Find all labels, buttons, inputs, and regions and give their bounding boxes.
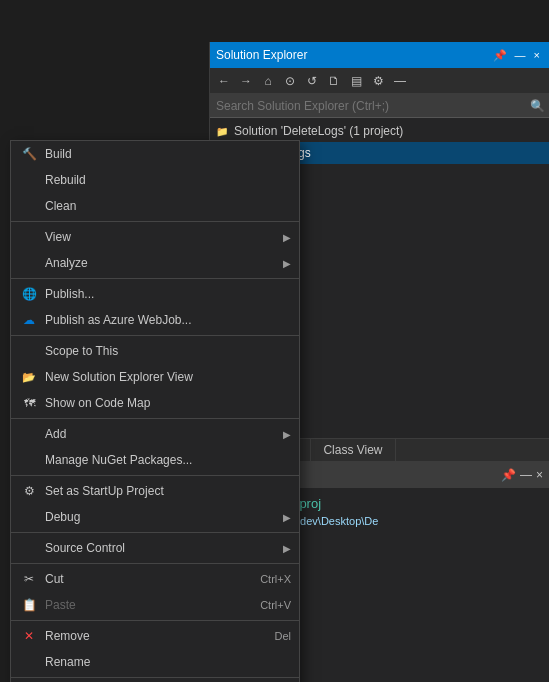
separator-7: [11, 563, 299, 564]
menu-item-analyze[interactable]: Analyze ▶: [11, 250, 299, 276]
settings-btn[interactable]: ⚙: [368, 71, 388, 91]
menu-item-clean[interactable]: Clean: [11, 193, 299, 219]
menu-item-debug[interactable]: Debug ▶: [11, 504, 299, 530]
home-btn[interactable]: ⌂: [258, 71, 278, 91]
separator-9: [11, 677, 299, 678]
separator-8: [11, 620, 299, 621]
nuget-icon: [19, 450, 39, 470]
separator-2: [11, 278, 299, 279]
cut-shortcut: Ctrl+X: [260, 573, 291, 585]
search-icon[interactable]: 🔍: [526, 99, 549, 113]
clean-icon: [19, 196, 39, 216]
menu-label-scope: Scope to This: [45, 344, 291, 358]
menu-label-view: View: [45, 230, 283, 244]
code-map-icon: 🗺: [19, 393, 39, 413]
separator-5: [11, 475, 299, 476]
menu-item-paste[interactable]: 📋 Paste Ctrl+V: [11, 592, 299, 618]
remove-icon: ✕: [19, 626, 39, 646]
menu-label-nuget: Manage NuGet Packages...: [45, 453, 291, 467]
menu-item-nuget[interactable]: Manage NuGet Packages...: [11, 447, 299, 473]
add-arrow: ▶: [283, 429, 291, 440]
diagram-btn[interactable]: ▤: [346, 71, 366, 91]
auto-hide-btn[interactable]: —: [512, 48, 529, 62]
build-icon: 🔨: [19, 144, 39, 164]
remove-shortcut: Del: [274, 630, 291, 642]
separator-1: [11, 221, 299, 222]
history-btn[interactable]: ⊙: [280, 71, 300, 91]
search-bar: 🔍: [210, 94, 549, 118]
menu-item-scope[interactable]: Scope to This: [11, 338, 299, 364]
menu-item-rename[interactable]: Rename: [11, 649, 299, 675]
tree-item-solution[interactable]: 📁 Solution 'DeleteLogs' (1 project): [210, 120, 549, 142]
separator-6: [11, 532, 299, 533]
menu-label-debug: Debug: [45, 510, 283, 524]
search-input[interactable]: [210, 94, 526, 117]
add-icon: [19, 424, 39, 444]
analyze-icon: [19, 253, 39, 273]
cut-icon: ✂: [19, 569, 39, 589]
context-menu: 🔨 Build Rebuild Clean View ▶ Analyze ▶ 🌐…: [10, 140, 300, 682]
properties-controls: 📌 — ×: [501, 468, 543, 482]
source-control-arrow: ▶: [283, 543, 291, 554]
rename-icon: [19, 652, 39, 672]
menu-label-new-explorer: New Solution Explorer View: [45, 370, 291, 384]
properties-pin[interactable]: 📌: [501, 468, 516, 482]
menu-item-remove[interactable]: ✕ Remove Del: [11, 623, 299, 649]
solution-label: Solution 'DeleteLogs' (1 project): [234, 124, 403, 138]
view-icon: [19, 227, 39, 247]
separator-3: [11, 335, 299, 336]
menu-label-publish: Publish...: [45, 287, 291, 301]
menu-label-analyze: Analyze: [45, 256, 283, 270]
close-btn[interactable]: ×: [531, 48, 543, 62]
menu-item-build[interactable]: 🔨 Build: [11, 141, 299, 167]
menu-label-cut: Cut: [45, 572, 240, 586]
menu-item-add[interactable]: Add ▶: [11, 421, 299, 447]
menu-label-source-control: Source Control: [45, 541, 283, 555]
solution-explorer-titlebar: Solution Explorer 📌 — ×: [210, 42, 549, 68]
startup-icon: ⚙: [19, 481, 39, 501]
pin-btn[interactable]: 📌: [490, 48, 510, 63]
menu-item-view[interactable]: View ▶: [11, 224, 299, 250]
properties-close[interactable]: ×: [536, 468, 543, 482]
collapse-btn[interactable]: —: [390, 71, 410, 91]
menu-label-publish-azure: Publish as Azure WebJob...: [45, 313, 291, 327]
menu-label-remove: Remove: [45, 629, 254, 643]
menu-label-clean: Clean: [45, 199, 291, 213]
menu-item-show-code-map[interactable]: 🗺 Show on Code Map: [11, 390, 299, 416]
solution-icon: 📁: [214, 123, 230, 139]
menu-label-add: Add: [45, 427, 283, 441]
rebuild-icon: [19, 170, 39, 190]
menu-item-publish[interactable]: 🌐 Publish...: [11, 281, 299, 307]
azure-icon: ☁: [19, 310, 39, 330]
menu-label-rename: Rename: [45, 655, 291, 669]
properties-autohide[interactable]: —: [520, 468, 532, 482]
menu-item-new-explorer[interactable]: 📂 New Solution Explorer View: [11, 364, 299, 390]
new-explorer-icon: 📂: [19, 367, 39, 387]
sync-btn[interactable]: ↺: [302, 71, 322, 91]
solution-explorer-title: Solution Explorer: [216, 48, 307, 62]
menu-item-source-control[interactable]: Source Control ▶: [11, 535, 299, 561]
publish-icon: 🌐: [19, 284, 39, 304]
titlebar-controls: 📌 — ×: [490, 48, 543, 63]
forward-btn[interactable]: →: [236, 71, 256, 91]
separator-4: [11, 418, 299, 419]
copy-btn[interactable]: 🗋: [324, 71, 344, 91]
menu-label-show-code-map: Show on Code Map: [45, 396, 291, 410]
view-arrow: ▶: [283, 232, 291, 243]
paste-shortcut: Ctrl+V: [260, 599, 291, 611]
scope-icon: [19, 341, 39, 361]
menu-item-startup[interactable]: ⚙ Set as StartUp Project: [11, 478, 299, 504]
menu-label-startup: Set as StartUp Project: [45, 484, 291, 498]
back-btn[interactable]: ←: [214, 71, 234, 91]
source-control-icon: [19, 538, 39, 558]
tab-class-view[interactable]: Class View: [311, 439, 395, 461]
debug-arrow: ▶: [283, 512, 291, 523]
analyze-arrow: ▶: [283, 258, 291, 269]
menu-label-paste: Paste: [45, 598, 240, 612]
menu-label-rebuild: Rebuild: [45, 173, 291, 187]
menu-item-rebuild[interactable]: Rebuild: [11, 167, 299, 193]
menu-item-cut[interactable]: ✂ Cut Ctrl+X: [11, 566, 299, 592]
debug-icon: [19, 507, 39, 527]
menu-label-build: Build: [45, 147, 291, 161]
menu-item-publish-azure[interactable]: ☁ Publish as Azure WebJob...: [11, 307, 299, 333]
